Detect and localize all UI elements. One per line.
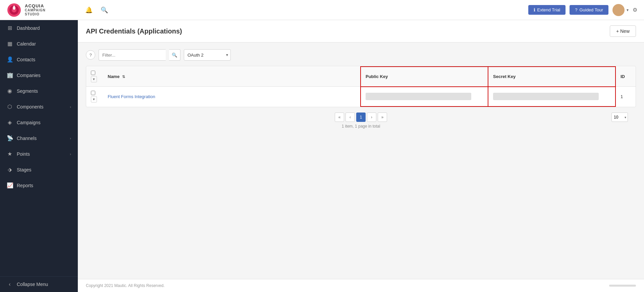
sidebar-label-points: Points	[17, 151, 66, 157]
notifications-button[interactable]: 🔔	[84, 5, 94, 15]
th-public-key-label: Public Key	[366, 74, 388, 79]
sidebar-label-calendar: Calendar	[17, 41, 71, 47]
pagination-info: 1 item, 1 page in total	[342, 124, 380, 129]
app-body: ⊞ Dashboard ▦ Calendar 👤 Contacts 🏢 Comp…	[0, 20, 644, 292]
avatar-area[interactable]: ▾	[612, 4, 629, 16]
sidebar-label-segments: Segments	[17, 88, 71, 94]
new-button[interactable]: + New	[610, 25, 636, 37]
sidebar-item-reports[interactable]: 📈 Reports	[0, 177, 78, 193]
sidebar-label-reports: Reports	[17, 183, 71, 188]
next-page-button[interactable]: ›	[367, 113, 376, 122]
page-size-select[interactable]: 10 25 50 100	[611, 113, 628, 122]
top-header: ACQUIA CAMPAIGN STUDIO 🔔 🔍 ℹ Extend Tria…	[0, 0, 644, 20]
table-row: ▾ Fluent Forms Integration	[86, 87, 636, 107]
sidebar-item-calendar[interactable]: ▦ Calendar	[0, 36, 78, 52]
components-icon: ⬡	[7, 103, 13, 110]
avatar	[612, 4, 625, 16]
sidebar-label-components: Components	[17, 104, 66, 110]
guided-tour-button[interactable]: ? Guided Tour	[570, 5, 608, 15]
page-1-button[interactable]: 1	[356, 113, 366, 122]
th-name[interactable]: Name ⇅	[103, 67, 361, 87]
footer-scrollbar[interactable]	[609, 285, 636, 287]
companies-icon: 🏢	[7, 72, 13, 78]
sidebar-item-stages[interactable]: ⬗ Stages	[0, 162, 78, 177]
channels-chevron-icon: ›	[70, 136, 71, 140]
sidebar-label-campaigns: Campaigns	[17, 120, 71, 125]
pagination-row: « ‹ 1 › » 10 25 50 100	[86, 113, 636, 122]
sidebar-collapse-button[interactable]: ‹ Collapse Menu	[0, 276, 78, 292]
td-id: 1	[615, 87, 636, 107]
logo-acquia: ACQUIA	[25, 3, 46, 9]
row-id-value: 1	[621, 94, 623, 99]
extend-trial-icon: ℹ	[534, 7, 535, 12]
sidebar-item-dashboard[interactable]: ⊞ Dashboard	[0, 20, 78, 36]
public-key-blurred	[366, 93, 471, 100]
extend-trial-button[interactable]: ℹ Extend Trial	[528, 5, 566, 15]
new-button-label: + New	[616, 28, 630, 34]
filter-type-select[interactable]: OAuth 2 Basic Auth	[184, 49, 231, 61]
sidebar-label-dashboard: Dashboard	[17, 25, 71, 31]
filter-search-button[interactable]: 🔍	[169, 49, 180, 61]
td-name: Fluent Forms Integration	[103, 87, 361, 107]
th-id: ID	[615, 67, 636, 87]
avatar-chevron-icon: ▾	[627, 8, 629, 12]
prev-page-button[interactable]: ‹	[345, 113, 355, 122]
row-dropdown-button[interactable]: ▾	[91, 96, 97, 102]
points-chevron-icon: ›	[70, 152, 71, 156]
sidebar-item-channels[interactable]: 📡 Channels ›	[0, 130, 78, 146]
segments-icon: ◉	[7, 88, 13, 94]
logo-studio: STUDIO	[25, 12, 46, 16]
select-all-checkbox[interactable]	[91, 71, 95, 75]
search-button[interactable]: 🔍	[99, 5, 109, 15]
filter-bar: ? 🔍 OAuth 2 Basic Auth	[86, 49, 636, 61]
points-icon: ★	[7, 151, 13, 157]
components-chevron-icon: ›	[70, 105, 71, 109]
sidebar-label-stages: Stages	[17, 167, 71, 172]
page-size-wrap: 10 25 50 100	[611, 113, 628, 122]
last-page-button[interactable]: »	[378, 113, 387, 122]
header-right: ℹ Extend Trial ? Guided Tour ▾ ⚙	[528, 4, 637, 16]
td-checkbox: ▾	[86, 87, 103, 107]
sidebar-item-contacts[interactable]: 👤 Contacts	[0, 52, 78, 67]
sidebar-label-companies: Companies	[17, 73, 71, 78]
secret-key-blurred	[493, 93, 599, 100]
content-header: API Credentials (Applications) + New	[78, 20, 644, 43]
th-secret-key: Secret Key	[488, 67, 615, 87]
data-table: ▾ Name ⇅ Public Key Secret Key	[86, 66, 636, 107]
sort-icon: ⇅	[122, 75, 125, 79]
sidebar-item-companies[interactable]: 🏢 Companies	[0, 67, 78, 83]
collapse-icon: ‹	[7, 281, 13, 287]
sidebar-item-components[interactable]: ⬡ Components ›	[0, 99, 78, 115]
td-public-key	[361, 87, 488, 107]
sidebar-item-campaigns[interactable]: ◈ Campaigns	[0, 115, 78, 130]
content-area: ? 🔍 OAuth 2 Basic Auth	[78, 43, 644, 279]
sidebar: ⊞ Dashboard ▦ Calendar 👤 Contacts 🏢 Comp…	[0, 20, 78, 292]
guided-tour-label: Guided Tour	[579, 7, 603, 12]
page-title: API Credentials (Applications)	[86, 27, 182, 35]
settings-button[interactable]: ⚙	[633, 7, 637, 13]
campaigns-icon: ◈	[7, 119, 13, 126]
filter-input[interactable]	[99, 49, 166, 61]
sidebar-label-channels: Channels	[17, 136, 66, 141]
copyright-text: Copyright 2021 Mautic. All Rights Reserv…	[86, 283, 165, 288]
sidebar-item-points[interactable]: ★ Points ›	[0, 146, 78, 162]
footer: Copyright 2021 Mautic. All Rights Reserv…	[78, 279, 644, 292]
row-name-link[interactable]: Fluent Forms Integration	[108, 94, 155, 99]
filter-help-button[interactable]: ?	[86, 50, 95, 60]
pagination-controls: « ‹ 1 › »	[335, 113, 387, 122]
sidebar-item-segments[interactable]: ◉ Segments	[0, 83, 78, 99]
th-public-key: Public Key	[361, 67, 488, 87]
td-secret-key	[488, 87, 615, 107]
th-name-label: Name	[108, 74, 119, 79]
pagination-right: 10 25 50 100	[611, 113, 628, 122]
row-checkbox[interactable]	[91, 91, 95, 95]
main-content: API Credentials (Applications) + New ? 🔍…	[78, 20, 644, 292]
dashboard-icon: ⊞	[7, 25, 13, 31]
reports-icon: 📈	[7, 182, 13, 189]
guided-tour-icon: ?	[575, 7, 577, 12]
header-dropdown-button[interactable]: ▾	[91, 76, 97, 82]
contacts-icon: 👤	[7, 56, 13, 63]
table-container: ▾ Name ⇅ Public Key Secret Key	[86, 66, 636, 107]
first-page-button[interactable]: «	[335, 113, 344, 122]
stages-icon: ⬗	[7, 166, 13, 173]
